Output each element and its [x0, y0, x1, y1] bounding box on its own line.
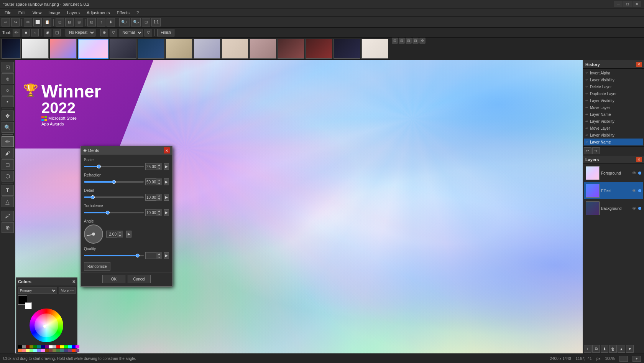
palette-color-swatch[interactable]: [76, 345, 79, 348]
dents-turbulence-input[interactable]: [146, 211, 156, 215]
thumb-14[interactable]: [361, 39, 388, 59]
thumb-7[interactable]: [166, 39, 192, 59]
palette-color-swatch[interactable]: [41, 349, 45, 352]
close-button[interactable]: ✕: [632, 1, 641, 7]
tool-size-btn[interactable]: ■: [22, 29, 30, 36]
palette-color-swatch[interactable]: [22, 345, 26, 348]
dents-scale-expand[interactable]: ▶: [164, 163, 169, 170]
history-item-6[interactable]: ↩Layer Name: [584, 111, 643, 118]
palette-color-swatch[interactable]: [18, 349, 22, 352]
dents-close-btn[interactable]: ✕: [164, 147, 170, 153]
menu-edit[interactable]: Edit: [15, 10, 29, 16]
palette-color-swatch[interactable]: [45, 345, 49, 348]
deselect[interactable]: ⊟: [65, 18, 74, 26]
palette-color-swatch[interactable]: [56, 349, 60, 352]
thumb-1[interactable]: [2, 39, 21, 59]
dents-quality-down[interactable]: ▼: [156, 256, 162, 259]
dents-turbulence-slider[interactable]: [84, 212, 144, 213]
tool-zoom[interactable]: 🔍: [2, 122, 14, 133]
dents-refraction-thumb[interactable]: [112, 180, 116, 184]
thumb-5[interactable]: [110, 39, 136, 59]
history-item-7[interactable]: ↩Layer Visibility: [584, 118, 643, 125]
thumb-4[interactable]: [78, 39, 108, 59]
invert-sel[interactable]: ⊞: [75, 18, 83, 26]
tool-fill[interactable]: ⬡: [2, 171, 14, 182]
tool-paintbrush[interactable]: 🖌: [2, 148, 14, 158]
palette-color-swatch[interactable]: [49, 349, 53, 352]
menu-effects[interactable]: Effects: [114, 10, 133, 16]
palette-color-swatch[interactable]: [30, 349, 33, 352]
history-item-8[interactable]: ↩Move Layer: [584, 125, 643, 132]
menu-help[interactable]: ?: [133, 10, 142, 16]
tool-rectangle-select[interactable]: ⊡: [2, 62, 14, 73]
thumb-6[interactable]: [138, 39, 164, 59]
dents-quality-expand[interactable]: ▶: [164, 252, 169, 259]
dents-scale-down[interactable]: ▼: [156, 167, 162, 170]
tray-icon-5[interactable]: ⚙: [419, 38, 426, 44]
layers-close-btn[interactable]: ✕: [636, 157, 642, 162]
zoom-in-status[interactable]: +: [632, 356, 641, 362]
copy-button[interactable]: ⬜: [33, 18, 42, 26]
palette-color-swatch[interactable]: [26, 345, 30, 348]
layer-up-btn[interactable]: ▲: [618, 345, 625, 353]
palette-color-swatch[interactable]: [49, 345, 53, 348]
dents-angle-down[interactable]: ▼: [117, 234, 123, 238]
menu-image[interactable]: Image: [45, 10, 63, 16]
thumb-8[interactable]: [194, 39, 220, 59]
thumb-10[interactable]: [250, 39, 276, 59]
tray-icon-2[interactable]: ⊡: [399, 38, 405, 44]
tray-icon-1[interactable]: ⊡: [392, 38, 398, 44]
tool-shapes[interactable]: △: [2, 196, 14, 207]
dents-detail-down[interactable]: ▼: [156, 197, 162, 201]
colors-close-btn[interactable]: ✕: [72, 279, 76, 284]
dents-turbulence-expand[interactable]: ▶: [164, 209, 169, 216]
tool-color-picker[interactable]: 🖊: [2, 211, 14, 221]
layer-item-background[interactable]: Background 👁: [584, 200, 643, 217]
layer-visibility-fg[interactable]: 👁: [632, 171, 637, 175]
tool-icon-btn[interactable]: ✏: [13, 29, 20, 36]
cut-button[interactable]: ✂: [24, 18, 32, 26]
color-wheel[interactable]: [30, 309, 63, 342]
history-item-0[interactable]: ↩Invert Alpha: [584, 69, 643, 76]
palette-color-swatch[interactable]: [68, 345, 72, 348]
dents-scale-input[interactable]: [146, 165, 156, 169]
palette-color-swatch[interactable]: [53, 345, 56, 348]
tray-icon-4[interactable]: ⊡: [412, 38, 419, 44]
layer-visibility-eff[interactable]: 👁: [632, 188, 637, 193]
dents-cancel-btn[interactable]: Cancel: [128, 275, 151, 283]
color-wheel-container[interactable]: [30, 309, 64, 343]
blend-mode-arrow[interactable]: ▽: [145, 29, 152, 36]
thumb-11[interactable]: [278, 39, 304, 59]
opacity-btn[interactable]: ◫: [53, 29, 61, 36]
palette-color-swatch[interactable]: [64, 349, 68, 352]
history-close-btn[interactable]: ✕: [636, 62, 642, 67]
dents-turbulence-down[interactable]: ▼: [156, 213, 162, 216]
tool-ellipse[interactable]: ○: [2, 85, 14, 96]
layer-dup-btn[interactable]: ⧉: [592, 345, 600, 353]
zoom-out-status[interactable]: -: [619, 356, 628, 362]
paste-button[interactable]: 📋: [43, 18, 51, 26]
thumb-3[interactable]: [50, 39, 77, 59]
palette-color-swatch[interactable]: [68, 349, 72, 352]
palette-color-swatch[interactable]: [53, 349, 56, 352]
dents-quality-input[interactable]: [146, 254, 156, 258]
zoom-out[interactable]: 🔍-: [131, 18, 141, 26]
palette-color-swatch[interactable]: [56, 345, 60, 348]
colors-mode-select[interactable]: Primary Secondary: [18, 287, 57, 294]
dents-detail-thumb[interactable]: [91, 195, 95, 199]
palette-color-swatch[interactable]: [33, 349, 37, 352]
tool-pencil[interactable]: ✏: [2, 136, 14, 147]
menu-view[interactable]: View: [30, 10, 45, 16]
flatten-button[interactable]: ⬇: [107, 18, 115, 26]
palette-color-swatch[interactable]: [18, 345, 22, 348]
menu-file[interactable]: File: [2, 10, 15, 16]
dents-turbulence-up[interactable]: ▲: [156, 209, 162, 213]
dents-titlebar[interactable]: ◈ Dents ✕: [81, 146, 172, 155]
palette-color-swatch[interactable]: [45, 349, 49, 352]
palette-color-swatch[interactable]: [64, 345, 68, 348]
dents-quality-up[interactable]: ▲: [156, 252, 162, 256]
resize-button[interactable]: ↕: [97, 18, 105, 26]
zoom-in[interactable]: 🔍+: [119, 18, 130, 26]
tool-eraser[interactable]: ◻: [2, 159, 14, 170]
dents-scale-up[interactable]: ▲: [156, 163, 162, 167]
